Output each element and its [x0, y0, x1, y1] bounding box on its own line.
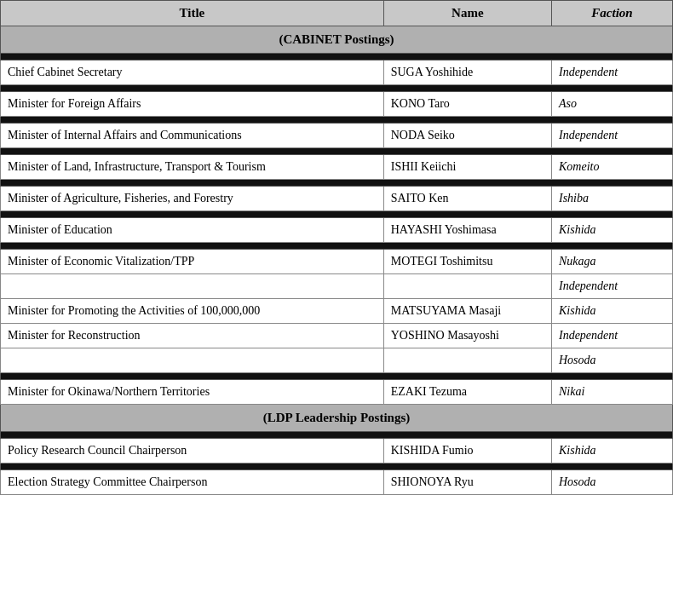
- row-faction: Komeito: [551, 155, 672, 180]
- spacer-row: [1, 243, 673, 250]
- spacer-row: [1, 432, 673, 439]
- row-faction: Kishida: [551, 299, 672, 324]
- row-title: Minister for Foreign Affairs: [1, 92, 384, 117]
- spacer-row: [1, 180, 673, 187]
- row-name: HAYASHI Yoshimasa: [383, 218, 551, 243]
- row-faction: Nikai: [551, 380, 672, 405]
- table-row: Minister of Agriculture, Fisheries, and …: [1, 187, 673, 211]
- section-header-label: (LDP Leadership Postings): [1, 405, 673, 432]
- row-title: Minister of Internal Affairs and Communi…: [1, 124, 384, 148]
- row-name: NODA Seiko: [383, 124, 551, 148]
- table-row-extra-pre: Independent: [1, 274, 673, 299]
- row-faction-extra: Independent: [551, 274, 672, 299]
- row-name: ISHII Keiichi: [383, 155, 551, 180]
- row-title: Minister of Land, Infrastructure, Transp…: [1, 155, 384, 180]
- row-name: KONO Taro: [383, 92, 551, 117]
- header-title: Title: [1, 1, 384, 26]
- table-row: Minister for ReconstructionYOSHINO Masay…: [1, 324, 673, 348]
- table-row: Minister of Land, Infrastructure, Transp…: [1, 155, 673, 180]
- row-title: Minister for Reconstruction: [1, 324, 384, 348]
- row-name: SAITO Ken: [383, 187, 551, 211]
- table-row: Minister of EducationHAYASHI YoshimasaKi…: [1, 218, 673, 243]
- table-row-extra-post: Hosoda: [1, 348, 673, 373]
- row-title: Minister of Agriculture, Fisheries, and …: [1, 187, 384, 211]
- spacer-row: [1, 85, 673, 92]
- row-title: Chief Cabinet Secretary: [1, 60, 384, 85]
- row-faction: Ishiba: [551, 187, 672, 211]
- header-name: Name: [383, 1, 551, 26]
- row-name: MATSUYAMA Masaji: [383, 299, 551, 324]
- section-header-row: (CABINET Postings): [1, 26, 673, 54]
- table-row: Minister of Internal Affairs and Communi…: [1, 124, 673, 148]
- row-title: Policy Research Council Chairperson: [1, 439, 384, 463]
- row-title: Minister for Promoting the Activities of…: [1, 299, 384, 324]
- spacer-row: [1, 463, 673, 470]
- table-row: Election Strategy Committee ChairpersonS…: [1, 470, 673, 495]
- spacer-row: [1, 54, 673, 60]
- spacer-row: [1, 148, 673, 155]
- row-name: SHIONOYA Ryu: [383, 470, 551, 495]
- main-table: Title Name Faction (CABINET Postings)Chi…: [0, 0, 673, 495]
- table-row: Minister for Okinawa/Northern Territorie…: [1, 380, 673, 405]
- spacer-row: [1, 373, 673, 380]
- row-name: MOTEGI Toshimitsu: [383, 250, 551, 274]
- section-header-row: (LDP Leadership Postings): [1, 405, 673, 432]
- table-row: Chief Cabinet SecretarySUGA YoshihideInd…: [1, 60, 673, 85]
- row-faction: Independent: [551, 124, 672, 148]
- table-row: Minister of Economic Vitalization/TPPMOT…: [1, 250, 673, 274]
- row-name: YOSHINO Masayoshi: [383, 324, 551, 348]
- row-name: KISHIDA Fumio: [383, 439, 551, 463]
- header-faction: Faction: [551, 1, 672, 26]
- row-title: Minister for Okinawa/Northern Territorie…: [1, 380, 384, 405]
- row-faction: Kishida: [551, 218, 672, 243]
- spacer-row: [1, 211, 673, 218]
- spacer-row: [1, 117, 673, 124]
- row-title: Minister of Economic Vitalization/TPP: [1, 250, 384, 274]
- row-faction: Aso: [551, 92, 672, 117]
- row-faction: Independent: [551, 60, 672, 85]
- row-faction: Kishida: [551, 439, 672, 463]
- table-row: Policy Research Council ChairpersonKISHI…: [1, 439, 673, 463]
- section-header-label: (CABINET Postings): [1, 26, 673, 54]
- row-title: Election Strategy Committee Chairperson: [1, 470, 384, 495]
- row-title: Minister of Education: [1, 218, 384, 243]
- table-row: Minister for Promoting the Activities of…: [1, 299, 673, 324]
- row-faction: Independent: [551, 324, 672, 348]
- row-name: SUGA Yoshihide: [383, 60, 551, 85]
- row-name: EZAKI Tezuma: [383, 380, 551, 405]
- row-faction-extra-post: Hosoda: [551, 348, 672, 373]
- table-row: Minister for Foreign AffairsKONO TaroAso: [1, 92, 673, 117]
- row-faction: Nukaga: [551, 250, 672, 274]
- row-faction: Hosoda: [551, 470, 672, 495]
